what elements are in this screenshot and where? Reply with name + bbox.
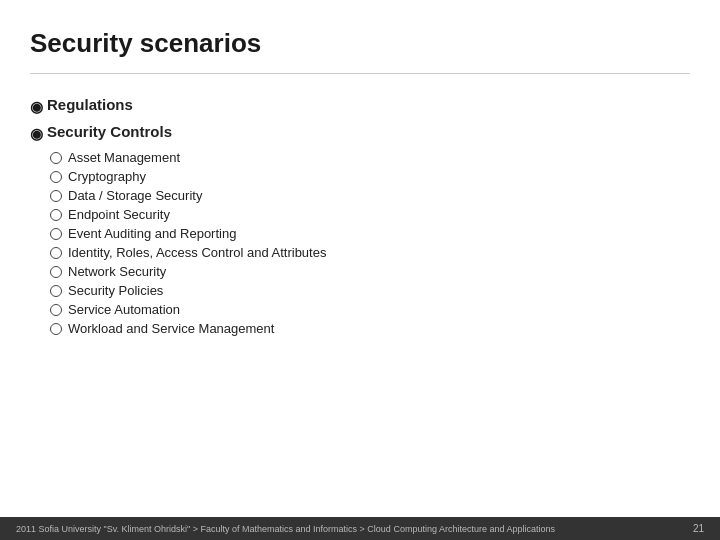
circle-icon: [50, 285, 62, 297]
sub-item-label: Network Security: [68, 264, 166, 279]
top-bullet-security-controls: ◉ Security Controls: [30, 123, 690, 144]
list-item: Asset Management: [50, 150, 690, 165]
main-content: Security scenarios ◉ Regulations ◉ Secur…: [0, 0, 720, 517]
sub-item-label: Event Auditing and Reporting: [68, 226, 236, 241]
list-item: Endpoint Security: [50, 207, 690, 222]
circle-icon: [50, 152, 62, 164]
list-item: Security Policies: [50, 283, 690, 298]
page-title: Security scenarios: [30, 28, 690, 59]
circle-icon: [50, 171, 62, 183]
circle-icon: [50, 266, 62, 278]
slide: Security scenarios ◉ Regulations ◉ Secur…: [0, 0, 720, 540]
sub-item-label: Workload and Service Management: [68, 321, 274, 336]
sub-item-label: Security Policies: [68, 283, 163, 298]
sub-bullet-list: Asset Management Cryptography Data / Sto…: [50, 150, 690, 336]
sub-item-label: Cryptography: [68, 169, 146, 184]
footer-text: 2011 Sofia University "Sv. Kliment Ohrid…: [16, 524, 555, 534]
top-bullet-list: ◉ Regulations ◉ Security Controls: [30, 96, 690, 144]
circle-icon: [50, 209, 62, 221]
top-bullet-regulations-label: Regulations: [47, 96, 133, 113]
list-item: Identity, Roles, Access Control and Attr…: [50, 245, 690, 260]
list-item: Data / Storage Security: [50, 188, 690, 203]
list-item: Event Auditing and Reporting: [50, 226, 690, 241]
list-item: Workload and Service Management: [50, 321, 690, 336]
list-item: Network Security: [50, 264, 690, 279]
sub-item-label: Identity, Roles, Access Control and Attr…: [68, 245, 326, 260]
footer: 2011 Sofia University "Sv. Kliment Ohrid…: [0, 517, 720, 540]
top-bullet-security-controls-label: Security Controls: [47, 123, 172, 140]
list-item: Service Automation: [50, 302, 690, 317]
circle-icon: [50, 247, 62, 259]
bullet-icon-security-controls: ◉: [30, 123, 43, 144]
list-item: Cryptography: [50, 169, 690, 184]
sub-item-label: Asset Management: [68, 150, 180, 165]
circle-icon: [50, 304, 62, 316]
sub-item-label: Endpoint Security: [68, 207, 170, 222]
circle-icon: [50, 228, 62, 240]
circle-icon: [50, 323, 62, 335]
divider: [30, 73, 690, 74]
top-bullet-regulations: ◉ Regulations: [30, 96, 690, 117]
sub-item-label: Data / Storage Security: [68, 188, 202, 203]
circle-icon: [50, 190, 62, 202]
sub-item-label: Service Automation: [68, 302, 180, 317]
bullet-icon-regulations: ◉: [30, 96, 43, 117]
footer-page-number: 21: [693, 523, 704, 534]
